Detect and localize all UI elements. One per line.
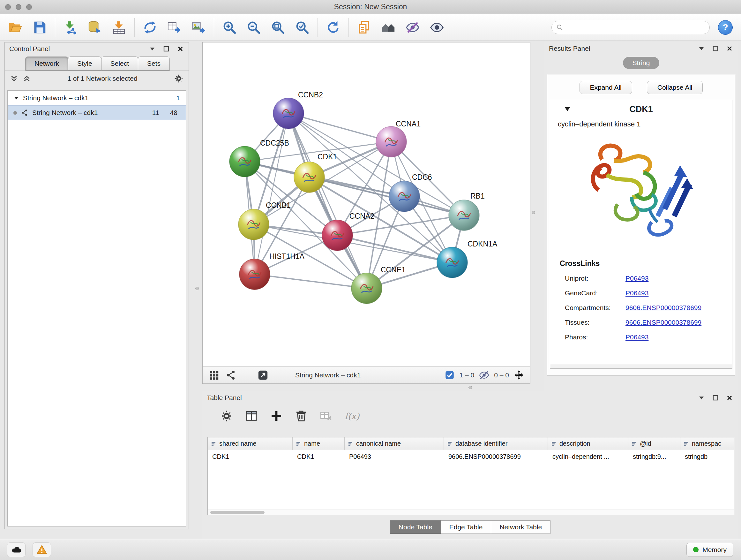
collapse-all-icon[interactable] [10, 74, 18, 83]
save-session-icon[interactable] [32, 20, 47, 35]
float-panel-icon[interactable] [698, 45, 704, 52]
new-network-icon[interactable] [142, 20, 158, 35]
column-header-namespace[interactable]: namespac [680, 437, 734, 450]
compartments-link[interactable]: 9606.ENSP00000378699 [625, 304, 701, 312]
close-panel-icon[interactable] [177, 46, 184, 52]
node-CCNB1[interactable] [239, 209, 269, 240]
zoom-out-icon[interactable] [246, 20, 261, 35]
apply-layout-icon[interactable] [326, 20, 341, 35]
collapse-section-icon[interactable] [564, 107, 570, 112]
node-CDC6[interactable] [389, 181, 420, 212]
zoom-in-icon[interactable] [222, 20, 237, 35]
tab-select[interactable]: Select [101, 57, 138, 71]
tab-string[interactable]: String [623, 57, 660, 69]
node-CDK1[interactable] [294, 162, 325, 192]
column-header-canonical-name[interactable]: canonical name [345, 437, 444, 450]
edge-CDK1-RB1[interactable] [309, 177, 464, 215]
node-CCNA2[interactable] [322, 220, 353, 251]
node-CDC25B[interactable] [229, 146, 260, 177]
column-header-description[interactable]: description [548, 437, 628, 450]
show-columns-icon[interactable] [245, 410, 258, 422]
selected-checkbox-icon[interactable] [444, 370, 455, 381]
table-horizontal-scrollbar[interactable] [208, 509, 734, 515]
column-header-shared-name[interactable]: shared name [208, 437, 293, 450]
edge-CCNB2-HIST1H1A[interactable] [255, 113, 288, 274]
birds-eye-grid-icon[interactable] [208, 370, 219, 381]
edge-CCNB2-CCNE1[interactable] [288, 113, 367, 288]
network-canvas[interactable]: CCNB2CCNA1CDC25BCDK1CDC6RB1CCNB1CCNA2CDK… [203, 43, 530, 366]
node-HIST1H1A[interactable] [239, 259, 270, 290]
help-icon[interactable]: ? [718, 20, 733, 35]
hidden-eye-slash-icon[interactable] [479, 370, 489, 381]
expand-all-icon[interactable] [23, 74, 31, 83]
zoom-selected-icon[interactable] [294, 20, 310, 35]
zoom-fit-icon[interactable] [270, 20, 286, 35]
node-CCNE1[interactable] [351, 273, 382, 304]
gear-icon[interactable] [174, 74, 184, 83]
close-panel-icon[interactable] [726, 395, 733, 401]
export-image-icon[interactable] [191, 20, 206, 35]
node-CCNB2[interactable] [273, 98, 304, 129]
warnings-button[interactable] [32, 543, 51, 557]
column-header-database-identifier[interactable]: database identifier [444, 437, 548, 450]
collapse-all-button[interactable]: Collapse All [647, 81, 703, 94]
import-network-file-icon[interactable] [63, 20, 78, 35]
search-input[interactable] [566, 23, 710, 31]
hide-selected-eye-slash-icon[interactable] [405, 20, 420, 35]
network-overview-houses-icon[interactable] [381, 20, 396, 35]
tab-sets[interactable]: Sets [138, 57, 170, 71]
node-RB1[interactable] [449, 200, 479, 231]
results-scrollbar[interactable] [550, 364, 732, 368]
minimize-window-button[interactable] [16, 4, 21, 10]
open-session-icon[interactable] [8, 20, 23, 35]
tab-network[interactable]: Network [25, 57, 68, 71]
uniprot-link[interactable]: P06493 [625, 274, 649, 282]
tab-edge-table[interactable]: Edge Table [441, 520, 491, 534]
genecard-link[interactable]: P06493 [625, 289, 649, 297]
bottom-splitter-handle[interactable] [468, 386, 472, 389]
close-panel-icon[interactable] [726, 45, 733, 52]
search-field[interactable] [551, 21, 710, 34]
right-splitter-handle[interactable] [532, 211, 535, 214]
memory-button[interactable]: Memory [686, 543, 733, 557]
float-panel-icon[interactable] [149, 46, 155, 52]
table-row[interactable]: CDK1 CDK1 P06493 9606.ENSP00000378699 cy… [208, 450, 734, 463]
clone-network-icon[interactable] [356, 20, 372, 35]
tree-expand-icon[interactable] [13, 95, 19, 101]
table-settings-gear-icon[interactable] [220, 410, 233, 422]
maximize-panel-icon[interactable] [712, 395, 719, 401]
import-table-icon[interactable] [111, 20, 127, 35]
network-collection-row[interactable]: String Network – cdk1 1 [8, 91, 186, 105]
tab-style[interactable]: Style [68, 57, 102, 71]
show-selected-eye-icon[interactable] [429, 20, 445, 35]
column-header-name[interactable]: name [293, 437, 345, 450]
delete-column-icon[interactable] [295, 410, 308, 422]
node-CCNA1[interactable] [376, 126, 407, 157]
add-column-icon[interactable] [270, 410, 283, 422]
export-table-icon[interactable] [166, 20, 182, 35]
import-network-database-icon[interactable] [87, 20, 103, 35]
zoom-window-button[interactable] [26, 4, 32, 10]
float-panel-icon[interactable] [698, 395, 704, 401]
node-CDKN1A[interactable] [437, 247, 468, 278]
sort-icon [211, 441, 217, 447]
tab-network-table[interactable]: Network Table [491, 520, 550, 534]
tab-node-table[interactable]: Node Table [390, 520, 441, 534]
expand-all-button[interactable]: Expand All [580, 81, 632, 94]
cloud-status-button[interactable] [7, 543, 25, 557]
sort-icon [631, 441, 637, 447]
tissues-link[interactable]: 9606.ENSP00000378699 [625, 319, 701, 326]
left-splitter-handle[interactable] [195, 287, 199, 290]
maximize-panel-icon[interactable] [712, 45, 719, 52]
close-window-button[interactable] [5, 4, 11, 10]
maximize-panel-icon[interactable] [163, 46, 170, 52]
function-builder-icon[interactable]: f(x) [345, 411, 359, 421]
open-in-window-icon[interactable] [258, 370, 268, 381]
edge-HIST1H1A-CCNE1[interactable] [255, 274, 367, 288]
pharos-link[interactable]: P06493 [625, 333, 649, 341]
share-icon[interactable] [226, 370, 237, 381]
move-crosshair-icon[interactable] [514, 370, 524, 381]
scrollbar-thumb[interactable] [210, 511, 265, 514]
network-row-selected[interactable]: String Network – cdk1 11 48 [8, 105, 186, 120]
column-header-id[interactable]: @id [628, 437, 680, 450]
